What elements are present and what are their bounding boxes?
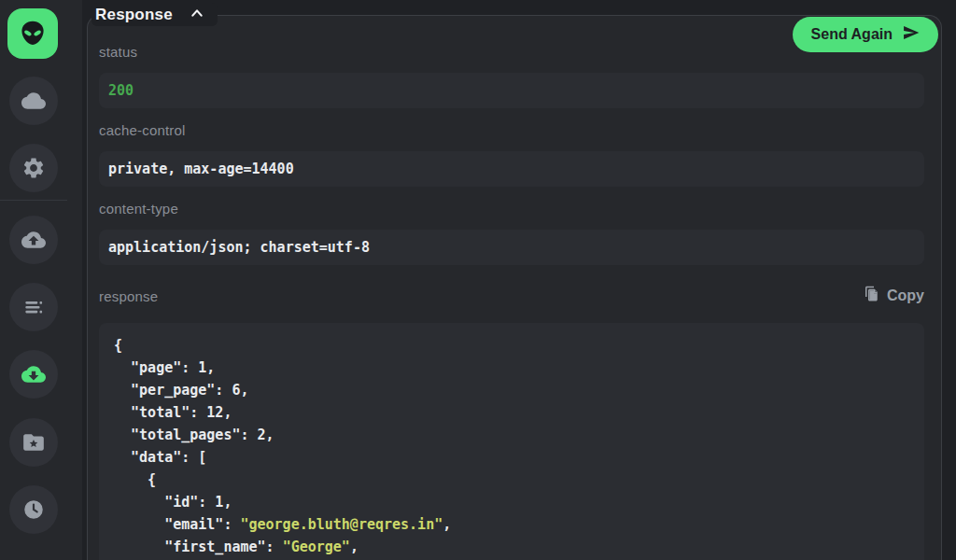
cloud-icon bbox=[21, 89, 46, 113]
code-line: { bbox=[114, 469, 909, 491]
code-line: "total": 12, bbox=[114, 401, 909, 424]
response-section-header: Response bbox=[91, 3, 218, 26]
code-line: "data": [ bbox=[114, 446, 909, 469]
code-line: "id": 1, bbox=[114, 491, 909, 513]
code-line: "per_page": 6, bbox=[114, 379, 909, 401]
cache-control-value-field[interactable]: private, max-age=14400 bbox=[99, 151, 924, 187]
code-line: { bbox=[114, 334, 909, 357]
cache-control-label: cache-control bbox=[99, 122, 186, 138]
send-again-label: Send Again bbox=[811, 26, 893, 43]
sidebar-item-alien-logo[interactable] bbox=[7, 8, 58, 59]
sidebar-divider bbox=[0, 200, 67, 201]
response-body-label: response bbox=[99, 288, 158, 304]
collapse-response-button[interactable] bbox=[188, 5, 206, 24]
cloud-download-icon bbox=[21, 362, 46, 386]
sidebar-item-cloud-download[interactable] bbox=[9, 350, 58, 399]
sidebar-item-cloud[interactable] bbox=[9, 77, 58, 125]
send-icon bbox=[901, 23, 921, 46]
copy-response-button[interactable]: Copy bbox=[863, 285, 924, 307]
status-label: status bbox=[99, 44, 137, 60]
sidebar-item-history[interactable] bbox=[9, 485, 58, 534]
send-again-button[interactable]: Send Again bbox=[793, 17, 938, 52]
app-window: { "colors": { "accent_green": "#4fe07b",… bbox=[0, 0, 956, 560]
code-line: "total_pages": 2, bbox=[114, 424, 909, 446]
sidebar-item-request-list[interactable] bbox=[9, 283, 58, 331]
folder-star-icon bbox=[21, 430, 46, 455]
cache-control-value: private, max-age=14400 bbox=[108, 161, 294, 177]
status-value-field[interactable]: 200 bbox=[99, 73, 924, 108]
response-code[interactable]: { "page": 1, "per_page": 6, "total": 12,… bbox=[99, 323, 924, 560]
response-panel: Response Send Again status 200 cache-con… bbox=[87, 15, 942, 560]
copy-label: Copy bbox=[887, 287, 924, 304]
chevron-up-icon bbox=[190, 7, 204, 22]
content-type-value-field[interactable]: application/json; charset=utf-8 bbox=[99, 230, 924, 265]
alien-icon bbox=[17, 18, 49, 49]
clock-icon bbox=[21, 497, 46, 522]
code-line: "first_name": "George", bbox=[114, 536, 909, 558]
gear-icon bbox=[21, 156, 46, 180]
content-type-label: content-type bbox=[99, 201, 178, 217]
sidebar-item-settings[interactable] bbox=[9, 144, 58, 192]
cloud-upload-icon bbox=[21, 228, 46, 252]
response-section-title: Response bbox=[95, 6, 173, 24]
sidebar-item-cloud-upload[interactable] bbox=[9, 216, 58, 264]
content-type-value: application/json; charset=utf-8 bbox=[108, 239, 370, 256]
sidebar bbox=[0, 0, 82, 560]
code-line: "page": 1, bbox=[114, 357, 909, 379]
copy-icon bbox=[863, 285, 879, 307]
code-line: "email": "george.bluth@reqres.in", bbox=[114, 513, 909, 536]
response-body-header: response Copy bbox=[99, 285, 924, 307]
status-value: 200 bbox=[108, 82, 134, 99]
list-icon bbox=[21, 295, 46, 319]
sidebar-item-collections[interactable] bbox=[9, 418, 58, 467]
